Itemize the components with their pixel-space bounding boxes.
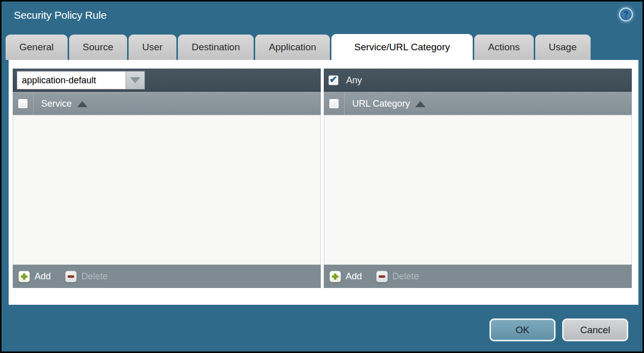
- service-delete-button[interactable]: Delete: [65, 271, 108, 282]
- sort-ascending-icon: [415, 101, 425, 107]
- tab-general[interactable]: General: [6, 35, 68, 60]
- delete-button-label: Delete: [81, 271, 108, 282]
- cancel-button[interactable]: Cancel: [562, 318, 628, 341]
- add-button-label: Add: [35, 271, 51, 282]
- dropdown-button[interactable]: [126, 71, 145, 89]
- tab-service-url-category[interactable]: Service/URL Category: [331, 34, 473, 60]
- service-select-all-checkbox[interactable]: [18, 99, 28, 109]
- delete-button-label: Delete: [392, 271, 419, 282]
- service-type-value[interactable]: application-default: [17, 71, 126, 89]
- minus-icon: [376, 271, 388, 282]
- url-category-column-label: URL Category: [352, 99, 410, 109]
- tab-actions[interactable]: Actions: [474, 35, 533, 60]
- url-category-add-button[interactable]: Add: [329, 271, 362, 282]
- tab-user[interactable]: User: [129, 35, 176, 60]
- url-category-toolbar: ✔ Any: [324, 69, 632, 92]
- url-category-panel: ✔ Any URL Category Add: [324, 69, 632, 288]
- security-policy-rule-dialog: Security Policy Rule ? General Source Us…: [0, 0, 644, 353]
- any-row: ✔ Any: [328, 75, 362, 86]
- tab-bar: General Source User Destination Applicat…: [6, 35, 591, 60]
- sort-ascending-icon: [77, 101, 87, 107]
- plus-icon: [329, 271, 341, 282]
- minus-icon: [65, 271, 77, 282]
- url-category-delete-button[interactable]: Delete: [376, 271, 419, 282]
- service-list[interactable]: [13, 115, 321, 265]
- service-column-label: Service: [41, 99, 72, 109]
- help-icon[interactable]: ?: [619, 8, 633, 21]
- checkmark-icon: ✔: [329, 75, 338, 84]
- url-category-column-header[interactable]: URL Category: [324, 92, 632, 115]
- any-checkbox[interactable]: ✔: [328, 75, 339, 85]
- plus-icon: [18, 271, 30, 282]
- service-type-dropdown[interactable]: application-default: [17, 71, 145, 89]
- dialog-title: Security Policy Rule: [14, 9, 107, 21]
- url-category-select-all-checkbox[interactable]: [329, 99, 339, 109]
- tab-content-area: application-default Service Add: [9, 60, 638, 305]
- chevron-down-icon: [130, 77, 140, 83]
- url-category-list[interactable]: [324, 115, 632, 265]
- url-category-action-bar: Add Delete: [324, 265, 632, 288]
- any-label: Any: [346, 75, 362, 86]
- tab-usage[interactable]: Usage: [535, 35, 591, 60]
- service-column-header[interactable]: Service: [13, 92, 321, 115]
- service-panel: application-default Service Add: [13, 69, 321, 288]
- service-toolbar: application-default: [13, 69, 321, 92]
- url-category-checkbox-column: [324, 92, 345, 115]
- service-checkbox-column: [13, 92, 34, 115]
- ok-button[interactable]: OK: [489, 318, 556, 341]
- service-add-button[interactable]: Add: [18, 271, 51, 282]
- tab-destination[interactable]: Destination: [178, 35, 254, 60]
- tab-application[interactable]: Application: [255, 35, 330, 60]
- service-action-bar: Add Delete: [13, 265, 321, 288]
- add-button-label: Add: [346, 271, 362, 282]
- tab-source[interactable]: Source: [69, 35, 127, 60]
